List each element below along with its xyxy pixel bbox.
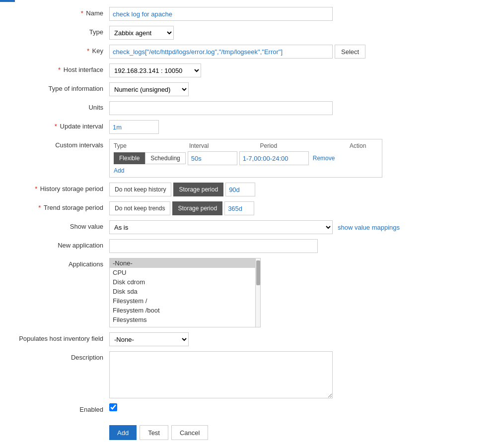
key-label: * Key [10, 45, 109, 55]
type-info-row: Type of information Numeric (unsigned) N… [10, 82, 437, 96]
scrollbar-thumb [256, 260, 260, 285]
units-input[interactable] [109, 101, 333, 115]
new-application-input[interactable] [109, 239, 318, 253]
select-button[interactable]: Select [335, 45, 365, 59]
type-info-select[interactable]: Numeric (unsigned) Numeric (float) Chara… [109, 82, 189, 96]
custom-intervals-box: Type Interval Period Action Flexible Sch… [109, 139, 382, 178]
update-interval-row: * Update interval [10, 120, 437, 134]
type-info-label: Type of information [10, 82, 109, 92]
host-interface-row: * Host interface 192.168.23.141 : 10050 [10, 63, 437, 77]
form-buttons: Add Test Cancel [10, 425, 437, 440]
populates-row: Populates host inventory field -None- [10, 332, 437, 346]
ci-period-input[interactable] [239, 151, 309, 165]
list-item[interactable]: Filesystem /boot [110, 306, 255, 315]
new-application-label: New application [10, 239, 109, 249]
show-value-mappings-link[interactable]: show value mappings [338, 224, 400, 231]
enabled-label: Enabled [10, 403, 109, 413]
host-interface-select[interactable]: 192.168.23.141 : 10050 [109, 63, 201, 77]
add-button[interactable]: Add [109, 425, 137, 440]
enabled-checkbox-row [109, 403, 117, 411]
no-keep-history-button[interactable]: Do not keep history [109, 183, 171, 196]
applications-row: Applications -None- CPU Disk cdrom Disk … [10, 258, 437, 327]
type-field: Zabbix agent Zabbix agent (active) Simpl… [109, 26, 437, 40]
cancel-button[interactable]: Cancel [171, 425, 208, 440]
enabled-row: Enabled [10, 403, 437, 417]
update-required: * [55, 123, 57, 130]
host-interface-label: * Host interface [10, 63, 109, 73]
populates-label: Populates host inventory field [10, 332, 109, 342]
key-row: * Key Select [10, 45, 437, 59]
ci-header: Type Interval Period Action [114, 142, 378, 149]
populates-select[interactable]: -None- [109, 332, 189, 346]
list-item[interactable]: Filesystem / [110, 296, 255, 306]
history-required: * [35, 185, 37, 192]
list-item[interactable]: CPU [110, 268, 255, 277]
ci-col-action: Action [350, 142, 378, 149]
history-field: Do not keep history Storage period [109, 183, 437, 196]
name-row: * Name [10, 7, 437, 21]
no-keep-trends-button[interactable]: Do not keep trends [109, 201, 170, 215]
trend-value-input[interactable] [224, 201, 254, 215]
storage-period-trend-button[interactable]: Storage period [172, 201, 222, 215]
show-value-select[interactable]: As is [109, 220, 333, 234]
name-field [109, 7, 437, 21]
applications-field: -None- CPU Disk cdrom Disk sda Filesyste… [109, 258, 437, 327]
name-required: * [81, 9, 83, 17]
enabled-checkbox[interactable] [109, 403, 117, 411]
custom-intervals-field: Type Interval Period Action Flexible Sch… [109, 139, 437, 178]
description-field [109, 351, 437, 398]
key-input[interactable] [109, 45, 333, 59]
history-storage-row: Do not keep history Storage period [109, 183, 255, 196]
type-row: Type Zabbix agent Zabbix agent (active) … [10, 26, 437, 40]
storage-period-history-button[interactable]: Storage period [173, 183, 223, 196]
host-interface-field: 192.168.23.141 : 10050 [109, 63, 437, 77]
applications-listbox[interactable]: -None- CPU Disk cdrom Disk sda Filesyste… [109, 258, 256, 327]
show-value-label: Show value [10, 220, 109, 230]
scrollbar[interactable] [256, 258, 261, 327]
name-label: * Name [10, 7, 109, 17]
scheduling-button[interactable]: Scheduling [145, 152, 185, 164]
update-interval-input[interactable] [109, 120, 159, 134]
flexible-button[interactable]: Flexible [114, 152, 145, 164]
trend-required: * [38, 204, 41, 211]
history-row: * History storage period Do not keep his… [10, 183, 437, 196]
list-item[interactable]: General [110, 324, 255, 327]
key-field: Select [109, 45, 437, 59]
new-application-row: New application [10, 239, 437, 253]
populates-field: -None- [109, 332, 437, 346]
description-row: Description [10, 351, 437, 398]
show-value-row: Show value As is show value mappings [10, 220, 437, 234]
update-interval-field [109, 120, 437, 134]
description-label: Description [10, 351, 109, 361]
type-info-field: Numeric (unsigned) Numeric (float) Chara… [109, 82, 437, 96]
ci-col-interval: Interval [189, 142, 260, 149]
new-application-field [109, 239, 437, 253]
test-button[interactable]: Test [140, 425, 168, 440]
ci-interval-input[interactable] [188, 151, 237, 165]
ci-col-type: Type [114, 142, 189, 149]
ci-col-period: Period [260, 142, 350, 149]
trend-label: * Trend storage period [10, 201, 109, 211]
remove-link[interactable]: Remove [313, 155, 335, 162]
custom-intervals-label: Custom intervals [10, 139, 109, 149]
key-required: * [87, 47, 89, 55]
add-interval-link[interactable]: Add [114, 167, 378, 174]
host-required: * [58, 66, 61, 73]
type-label: Type [10, 26, 109, 36]
units-row: Units [10, 101, 437, 115]
description-textarea[interactable] [109, 351, 333, 398]
list-item[interactable]: -None- [110, 258, 255, 268]
list-item[interactable]: Filesystems [110, 315, 255, 324]
units-field [109, 101, 437, 115]
history-value-input[interactable] [225, 183, 255, 196]
applications-label: Applications [10, 258, 109, 268]
ci-row-1: Flexible Scheduling Remove [114, 151, 378, 165]
type-select[interactable]: Zabbix agent Zabbix agent (active) Simpl… [109, 26, 174, 40]
trend-row: * Trend storage period Do not keep trend… [10, 201, 437, 215]
list-item[interactable]: Disk sda [110, 287, 255, 296]
trend-storage-row: Do not keep trends Storage period [109, 201, 254, 215]
history-label: * History storage period [10, 183, 109, 192]
name-input[interactable] [109, 7, 333, 21]
list-item[interactable]: Disk cdrom [110, 277, 255, 287]
trend-field: Do not keep trends Storage period [109, 201, 437, 215]
